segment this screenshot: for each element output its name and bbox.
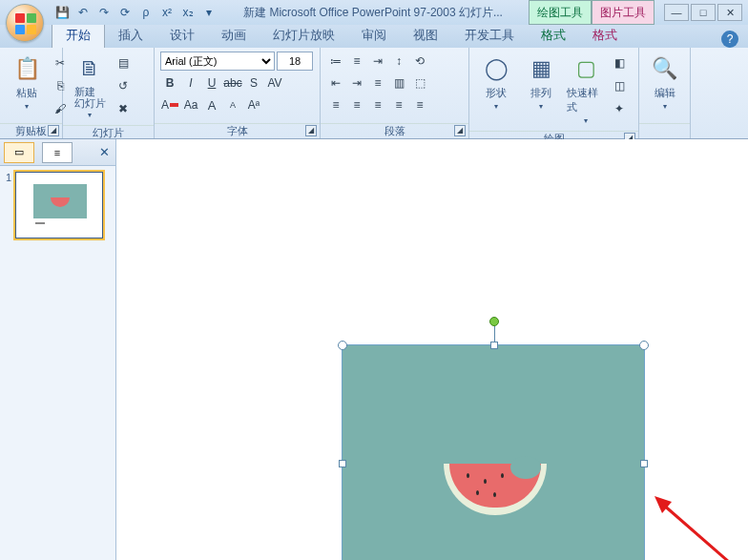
delete-slide-button[interactable]: ✖ <box>114 99 133 118</box>
repeat-icon[interactable]: ⟳ <box>116 4 134 21</box>
tab-view[interactable]: 视图 <box>400 23 451 48</box>
strike-button[interactable]: abc <box>223 73 242 93</box>
para-dialog-launcher[interactable]: ◢ <box>454 125 466 136</box>
underline-button[interactable]: U <box>202 73 221 93</box>
align-justify-button[interactable]: ≡ <box>389 95 408 114</box>
new-slide-button[interactable]: 🗎 新建 幻灯片 ▾ <box>69 52 111 121</box>
tab-home[interactable]: 开始 <box>52 22 105 48</box>
char-spacing-button[interactable]: AV <box>265 73 284 93</box>
change-case-button[interactable]: Aa <box>181 95 200 114</box>
bold-button[interactable]: B <box>160 73 179 93</box>
slide-thumbnail[interactable]: 1 <box>6 172 110 239</box>
font-row-3: A Aa A A Aª <box>160 95 313 114</box>
distribute-button[interactable]: ≡ <box>410 95 429 114</box>
close-panel-icon[interactable]: ✕ <box>99 145 110 159</box>
minimize-button[interactable]: — <box>664 4 689 21</box>
shape-outline-button[interactable]: ◫ <box>610 76 629 95</box>
slides-tab[interactable]: ▭ <box>4 142 34 163</box>
tab-review[interactable]: 审阅 <box>348 23 400 48</box>
font-row-1: Arial (正文) <box>160 52 313 71</box>
contextual-tab-drawing[interactable]: 绘图工具 <box>529 0 592 25</box>
clipboard-dialog-launcher[interactable]: ◢ <box>48 125 59 136</box>
help-button[interactable]: ? <box>721 31 738 48</box>
slide-number: 1 <box>6 172 11 239</box>
paste-label: 粘贴 <box>16 86 37 100</box>
contextual-tabs: 绘图工具 图片工具 <box>529 0 654 25</box>
picture-object[interactable] <box>342 344 645 560</box>
qat-more-icon[interactable]: ▾ <box>200 4 218 21</box>
tab-format-drawing[interactable]: 格式 <box>528 23 579 48</box>
rotation-handle[interactable] <box>489 317 499 326</box>
arrange-button[interactable]: ▦排列▾ <box>520 52 562 113</box>
outline-tab[interactable]: ≡ <box>42 142 73 163</box>
align-right-button[interactable]: ≡ <box>368 95 387 114</box>
shadow-button[interactable]: S <box>244 73 263 93</box>
tab-design[interactable]: 设计 <box>156 23 208 48</box>
undo-icon[interactable]: ↶ <box>74 4 92 21</box>
group-slides: 🗎 新建 幻灯片 ▾ ▤ ↺ ✖ 幻灯片 <box>63 48 155 138</box>
clear-format-button[interactable]: Aª <box>244 95 263 114</box>
numbering-button[interactable]: ≡ <box>347 52 366 71</box>
tab-slideshow[interactable]: 幻灯片放映 <box>260 23 348 48</box>
tab-developer[interactable]: 开发工具 <box>451 23 528 48</box>
maximize-button[interactable]: □ <box>691 4 716 21</box>
font-size-input[interactable] <box>277 52 313 71</box>
bullets-button[interactable]: ≔ <box>326 52 345 71</box>
resize-handle-e[interactable] <box>640 460 648 467</box>
group-label-editing <box>639 123 690 138</box>
save-icon[interactable]: 💾 <box>53 4 71 21</box>
group-drawing: ◯形状▾ ▦排列▾ ▢快速样式▾ ◧ ◫ ✦ 绘图◢ <box>469 48 639 138</box>
align-left-button[interactable]: ≡ <box>326 95 345 114</box>
slide-panel: ▭ ≡ ✕ 1 <box>0 139 116 560</box>
reset-button[interactable]: ↺ <box>114 76 133 95</box>
resize-handle-nw[interactable] <box>338 341 347 350</box>
contextual-tab-picture[interactable]: 图片工具 <box>592 0 654 25</box>
columns-button[interactable]: ▥ <box>389 73 408 93</box>
shrink-font-button[interactable]: A <box>223 95 242 114</box>
resize-handle-ne[interactable] <box>639 341 649 350</box>
close-button[interactable]: ✕ <box>717 4 742 21</box>
line-spacing-button[interactable]: ↕ <box>389 52 408 71</box>
superscript-icon[interactable]: x² <box>158 4 176 21</box>
window-buttons: — □ ✕ <box>664 4 742 21</box>
shape-effects-button[interactable]: ✦ <box>610 99 629 118</box>
group-label-clipboard: 剪贴板◢ <box>0 123 62 138</box>
slide-canvas[interactable]: 西瓜 <box>116 139 748 560</box>
font-dialog-launcher[interactable]: ◢ <box>305 125 317 136</box>
text-direction-button[interactable]: ⟲ <box>410 52 429 71</box>
editing-button[interactable]: 🔍编辑▾ <box>645 52 684 113</box>
align-center-button[interactable]: ≡ <box>347 95 366 114</box>
font-family-select[interactable]: Arial (正文) <box>160 52 275 71</box>
subscript-icon[interactable]: x₂ <box>179 4 197 21</box>
inc-indent-button[interactable]: ⇥ <box>347 73 366 93</box>
paste-button[interactable]: 📋 粘贴 ▾ <box>6 52 48 113</box>
resize-handle-n[interactable] <box>490 342 498 349</box>
thumbnails: 1 <box>0 166 115 560</box>
italic-button[interactable]: I <box>181 73 200 93</box>
layout-button[interactable]: ▤ <box>114 53 133 73</box>
font-color-button[interactable]: A <box>160 95 179 114</box>
grow-font-button[interactable]: A <box>202 95 221 114</box>
ribbon-tabs: 开始 插入 设计 动画 幻灯片放映 审阅 视图 开发工具 格式 格式 ? <box>0 25 748 48</box>
list-level-button[interactable]: ⇥ <box>368 52 387 71</box>
picture-background <box>343 345 644 560</box>
tab-format-picture[interactable]: 格式 <box>579 23 631 48</box>
window-title: 新建 Microsoft Office PowerPoint 97-2003 幻… <box>218 5 529 21</box>
quick-styles-button[interactable]: ▢快速样式▾ <box>565 52 607 127</box>
group-paragraph: ≔ ≡ ⇥ ↕ ⟲ ⇤ ⇥ ≡ ▥ ⬚ ≡ ≡ ≡ ≡ ≡ 段落◢ <box>321 48 469 138</box>
redo-icon[interactable]: ↷ <box>95 4 113 21</box>
office-button[interactable] <box>6 4 44 42</box>
watermelon-bite <box>510 456 541 479</box>
resize-handle-w[interactable] <box>339 460 346 467</box>
convert-smart-button[interactable]: ⬚ <box>410 73 429 93</box>
group-label-slides: 幻灯片 <box>63 125 154 140</box>
slide-panel-tabs: ▭ ≡ ✕ <box>0 139 115 166</box>
find-icon: 🔍 <box>650 53 680 84</box>
shape-fill-button[interactable]: ◧ <box>610 53 629 73</box>
shapes-button[interactable]: ◯形状▾ <box>475 52 517 113</box>
align-vert-button[interactable]: ≡ <box>368 73 387 93</box>
tab-animations[interactable]: 动画 <box>208 23 260 48</box>
dec-indent-button[interactable]: ⇤ <box>326 73 345 93</box>
tab-insert[interactable]: 插入 <box>105 23 156 48</box>
print-icon[interactable]: ρ <box>137 4 155 21</box>
